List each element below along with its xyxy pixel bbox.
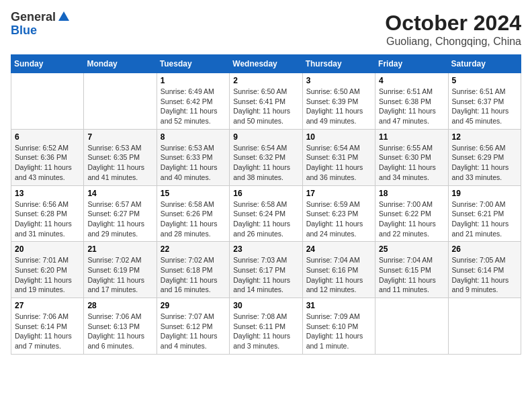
calendar-cell: 24Sunrise: 7:04 AM Sunset: 6:16 PM Dayli… (302, 242, 375, 298)
day-detail: Sunrise: 7:05 AM Sunset: 6:14 PM Dayligh… (452, 255, 517, 295)
calendar-header-sunday: Sunday (11, 55, 84, 73)
day-detail: Sunrise: 6:53 AM Sunset: 6:33 PM Dayligh… (161, 143, 226, 183)
day-detail: Sunrise: 6:56 AM Sunset: 6:28 PM Dayligh… (15, 199, 80, 239)
calendar-week-row: 1Sunrise: 6:49 AM Sunset: 6:42 PM Daylig… (11, 73, 521, 130)
calendar-cell: 11Sunrise: 6:55 AM Sunset: 6:30 PM Dayli… (375, 129, 448, 185)
calendar-cell (375, 298, 448, 355)
calendar-header-friday: Friday (375, 55, 448, 73)
calendar-cell: 19Sunrise: 7:00 AM Sunset: 6:21 PM Dayli… (448, 185, 521, 242)
day-detail: Sunrise: 7:08 AM Sunset: 6:11 PM Dayligh… (233, 312, 298, 351)
calendar-cell: 6Sunrise: 6:52 AM Sunset: 6:36 PM Daylig… (11, 129, 84, 185)
calendar-cell: 5Sunrise: 6:51 AM Sunset: 6:37 PM Daylig… (448, 73, 521, 130)
calendar-cell: 27Sunrise: 7:06 AM Sunset: 6:14 PM Dayli… (11, 298, 84, 355)
day-number: 10 (306, 132, 371, 142)
svg-marker-0 (58, 11, 69, 21)
day-detail: Sunrise: 7:04 AM Sunset: 6:16 PM Dayligh… (306, 255, 371, 295)
logo-blue-text: Blue (11, 24, 37, 37)
day-number: 4 (379, 76, 444, 85)
day-detail: Sunrise: 6:50 AM Sunset: 6:39 PM Dayligh… (306, 87, 371, 126)
day-detail: Sunrise: 7:00 AM Sunset: 6:22 PM Dayligh… (379, 199, 444, 239)
calendar-cell: 16Sunrise: 6:58 AM Sunset: 6:24 PM Dayli… (230, 185, 302, 242)
day-number: 9 (233, 132, 298, 142)
calendar-title-area: October 2024 Guoliang, Chongqing, China (385, 11, 521, 48)
calendar-cell (11, 73, 84, 130)
calendar-cell: 17Sunrise: 6:59 AM Sunset: 6:23 PM Dayli… (302, 185, 375, 242)
day-detail: Sunrise: 6:55 AM Sunset: 6:30 PM Dayligh… (379, 143, 444, 183)
calendar-cell: 30Sunrise: 7:08 AM Sunset: 6:11 PM Dayli… (230, 298, 302, 355)
day-detail: Sunrise: 6:57 AM Sunset: 6:27 PM Dayligh… (87, 199, 152, 239)
day-detail: Sunrise: 7:02 AM Sunset: 6:18 PM Dayligh… (161, 255, 226, 295)
day-number: 17 (306, 189, 371, 198)
day-number: 19 (452, 189, 517, 198)
day-number: 21 (87, 244, 152, 254)
day-number: 20 (15, 244, 80, 254)
day-number: 29 (161, 301, 226, 310)
calendar-cell: 21Sunrise: 7:02 AM Sunset: 6:19 PM Dayli… (84, 242, 157, 298)
day-number: 3 (306, 76, 371, 85)
day-number: 2 (233, 76, 298, 85)
calendar-header-tuesday: Tuesday (157, 55, 229, 73)
calendar-week-row: 27Sunrise: 7:06 AM Sunset: 6:14 PM Dayli… (11, 298, 521, 355)
day-detail: Sunrise: 6:54 AM Sunset: 6:32 PM Dayligh… (233, 143, 298, 183)
calendar-cell: 31Sunrise: 7:09 AM Sunset: 6:10 PM Dayli… (302, 298, 375, 355)
day-detail: Sunrise: 6:58 AM Sunset: 6:24 PM Dayligh… (233, 199, 298, 239)
calendar-cell: 2Sunrise: 6:50 AM Sunset: 6:41 PM Daylig… (230, 73, 302, 130)
logo-icon (57, 10, 71, 24)
day-number: 6 (15, 132, 80, 142)
calendar-cell: 12Sunrise: 6:56 AM Sunset: 6:29 PM Dayli… (448, 129, 521, 185)
calendar-cell: 9Sunrise: 6:54 AM Sunset: 6:32 PM Daylig… (230, 129, 302, 185)
calendar-cell: 22Sunrise: 7:02 AM Sunset: 6:18 PM Dayli… (157, 242, 229, 298)
calendar-cell (84, 73, 157, 130)
day-detail: Sunrise: 6:51 AM Sunset: 6:37 PM Dayligh… (452, 87, 517, 126)
calendar-header-thursday: Thursday (302, 55, 375, 73)
day-number: 14 (87, 189, 152, 198)
day-detail: Sunrise: 6:50 AM Sunset: 6:41 PM Dayligh… (233, 87, 298, 126)
calendar-cell: 20Sunrise: 7:01 AM Sunset: 6:20 PM Dayli… (11, 242, 84, 298)
day-detail: Sunrise: 6:53 AM Sunset: 6:35 PM Dayligh… (87, 143, 152, 183)
day-number: 5 (452, 76, 517, 85)
day-number: 13 (15, 189, 80, 198)
calendar-week-row: 13Sunrise: 6:56 AM Sunset: 6:28 PM Dayli… (11, 185, 521, 242)
calendar-header-saturday: Saturday (448, 55, 521, 73)
day-detail: Sunrise: 7:00 AM Sunset: 6:21 PM Dayligh… (452, 199, 517, 239)
day-number: 12 (452, 132, 517, 142)
day-detail: Sunrise: 6:54 AM Sunset: 6:31 PM Dayligh… (306, 143, 371, 183)
calendar-week-row: 6Sunrise: 6:52 AM Sunset: 6:36 PM Daylig… (11, 129, 521, 185)
day-number: 1 (161, 76, 226, 85)
day-number: 27 (15, 301, 80, 310)
calendar-cell: 4Sunrise: 6:51 AM Sunset: 6:38 PM Daylig… (375, 73, 448, 130)
calendar-header-wednesday: Wednesday (230, 55, 302, 73)
calendar-cell: 13Sunrise: 6:56 AM Sunset: 6:28 PM Dayli… (11, 185, 84, 242)
day-detail: Sunrise: 6:49 AM Sunset: 6:42 PM Dayligh… (161, 87, 226, 126)
calendar-cell: 18Sunrise: 7:00 AM Sunset: 6:22 PM Dayli… (375, 185, 448, 242)
day-number: 25 (379, 244, 444, 254)
day-number: 31 (306, 301, 371, 310)
day-detail: Sunrise: 7:09 AM Sunset: 6:10 PM Dayligh… (306, 312, 371, 351)
calendar-cell: 14Sunrise: 6:57 AM Sunset: 6:27 PM Dayli… (84, 185, 157, 242)
day-number: 30 (233, 301, 298, 310)
day-number: 8 (161, 132, 226, 142)
calendar-cell: 26Sunrise: 7:05 AM Sunset: 6:14 PM Dayli… (448, 242, 521, 298)
day-detail: Sunrise: 7:01 AM Sunset: 6:20 PM Dayligh… (15, 255, 80, 295)
day-detail: Sunrise: 7:07 AM Sunset: 6:12 PM Dayligh… (161, 312, 226, 351)
calendar-week-row: 20Sunrise: 7:01 AM Sunset: 6:20 PM Dayli… (11, 242, 521, 298)
calendar-cell: 7Sunrise: 6:53 AM Sunset: 6:35 PM Daylig… (84, 129, 157, 185)
calendar-cell: 29Sunrise: 7:07 AM Sunset: 6:12 PM Dayli… (157, 298, 229, 355)
calendar-cell: 10Sunrise: 6:54 AM Sunset: 6:31 PM Dayli… (302, 129, 375, 185)
day-number: 23 (233, 244, 298, 254)
day-number: 28 (87, 301, 152, 310)
calendar-cell: 15Sunrise: 6:58 AM Sunset: 6:26 PM Dayli… (157, 185, 229, 242)
day-number: 24 (306, 244, 371, 254)
day-detail: Sunrise: 6:51 AM Sunset: 6:38 PM Dayligh… (379, 87, 444, 126)
calendar-header-monday: Monday (84, 55, 157, 73)
calendar-cell (448, 298, 521, 355)
day-detail: Sunrise: 6:58 AM Sunset: 6:26 PM Dayligh… (161, 199, 226, 239)
page-header: General Blue October 2024 Guoliang, Chon… (11, 11, 521, 48)
day-detail: Sunrise: 7:03 AM Sunset: 6:17 PM Dayligh… (233, 255, 298, 295)
calendar-cell: 23Sunrise: 7:03 AM Sunset: 6:17 PM Dayli… (230, 242, 302, 298)
day-detail: Sunrise: 6:52 AM Sunset: 6:36 PM Dayligh… (15, 143, 80, 183)
calendar-cell: 28Sunrise: 7:06 AM Sunset: 6:13 PM Dayli… (84, 298, 157, 355)
calendar-cell: 3Sunrise: 6:50 AM Sunset: 6:39 PM Daylig… (302, 73, 375, 130)
day-number: 22 (161, 244, 226, 254)
logo: General Blue (11, 11, 71, 38)
